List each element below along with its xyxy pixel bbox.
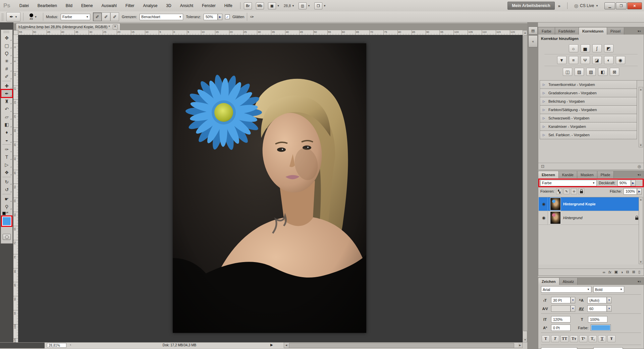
gradient-tool[interactable]: ◧ [1,120,12,128]
panel-menu-icon[interactable]: ▾≡ [635,171,644,178]
tab-ebenen[interactable]: Ebenen [538,171,559,178]
tab-pinsel[interactable]: Pinsel [607,28,624,35]
superscript-button[interactable]: T¹ [579,335,587,342]
view-extras-icon[interactable]: ▦ [268,2,276,9]
threshold-button[interactable]: ▧ [586,68,596,76]
sampling-background-icon[interactable]: ✐ [110,12,119,21]
font-style-dropdown[interactable]: Bold ▼ [593,286,624,293]
selective-color-button[interactable]: ⊠ [610,68,619,76]
pen-tool[interactable]: ✑ [1,145,12,153]
status-zoom-input[interactable]: 28,81% [47,343,66,348]
vibrance-button[interactable]: ▼ [557,56,567,64]
vertical-scale-input[interactable]: 120% [551,316,571,322]
channel-mixer-button[interactable]: ◉ [616,56,625,64]
curves-button[interactable]: ∫ [592,44,602,52]
invert-button[interactable]: ◫ [563,68,572,76]
leading-dropdown-button[interactable]: ▼ [607,297,611,303]
expand-dock-icon[interactable]: « [528,35,538,47]
quick-selection-tool[interactable]: ✳ [1,57,12,65]
levels-button[interactable]: ▅ [581,44,590,52]
vertical-scrollbar[interactable]: ▲ ▼ [523,30,527,342]
kerning-input[interactable] [551,305,571,312]
scroll-down-icon[interactable]: ▼ [639,260,642,263]
custom-shape-tool[interactable]: ❖ [1,168,12,176]
eyedropper-tool[interactable]: ✐ [1,72,12,80]
canvas-viewport[interactable] [18,35,523,342]
menu-item-3d[interactable]: 3D [162,0,175,11]
screen-mode-icon[interactable]: ❐ [314,2,322,9]
menu-item-bearbeiten[interactable]: Bearbeiten [33,0,61,11]
link-layers-button[interactable]: ∞ [603,270,605,274]
screen-mode-control[interactable]: ❐ ▼ [314,2,326,9]
kerning-dropdown-button[interactable]: ▼ [571,305,575,312]
black-white-button[interactable]: ◪ [592,56,602,64]
visibility-toggle[interactable]: ◉ [540,197,548,211]
lock-all-button[interactable] [578,188,584,194]
restore-button[interactable]: ❐ [616,2,627,9]
font-size-dropdown-button[interactable]: ▼ [571,297,575,303]
rectangular-marquee-tool[interactable]: ▢ [1,42,12,49]
scroll-up-icon[interactable]: ▲ [639,198,642,201]
brightness-contrast-button[interactable]: ☼ [569,44,578,52]
minimize-button[interactable]: ▁ [604,2,615,9]
baseline-shift-input[interactable]: 0 Pt [551,325,571,331]
font-size-input[interactable]: 30 Pt [551,297,571,303]
tab-korrekturen[interactable]: Korrekturen [579,28,607,35]
status-timer-icon[interactable]: ◔ [69,343,71,347]
panel-menu-icon[interactable]: ▾≡ [635,278,644,285]
move-tool[interactable]: ✥ [1,34,12,42]
zoom-level-value[interactable]: 28,8 [284,4,291,8]
modus-dropdown[interactable]: Farbe ▼ [61,14,90,20]
mini-bridge-icon[interactable]: Mb [256,2,264,9]
layers-scrollbar[interactable]: ▲ ▼ [639,197,643,264]
hue-saturation-button[interactable]: ≡ [569,56,578,64]
menu-item-auswahl[interactable]: Auswahl [97,0,121,11]
blend-mode-dropdown[interactable]: Farbe ▼ [540,180,597,186]
small-caps-button[interactable]: Tᴛ [570,335,578,342]
font-family-dropdown[interactable]: Arial ▼ [541,286,591,293]
preset-belichtung-vorgaben[interactable]: ▷Belichtung - Vorgaben [540,97,637,106]
3d-orbit-tool[interactable]: ↺ [1,186,12,193]
all-caps-button[interactable]: TT [560,335,569,342]
preset-sel-farbkorr-vorgaben[interactable]: ▷Sel. Farbkorr. - Vorgaben [540,131,637,139]
scroll-left-icon[interactable]: ◀ [284,343,288,347]
preset-farbton-s-ttigung-vorgaben[interactable]: ▷Farbton/Sättigung - Vorgaben [540,106,637,114]
sampling-once-icon[interactable]: ✐ [102,12,110,21]
tab-masken[interactable]: Masken [577,171,597,178]
menu-item-bild[interactable]: Bild [61,0,77,11]
tab-kan-le[interactable]: Kanäle [559,171,577,178]
preset-kanalmixer-vorgaben[interactable]: ▷Kanalmixer - Vorgaben [540,122,637,131]
current-tool-preset[interactable]: ✒ ▼ [6,12,20,21]
lasso-tool[interactable]: Ϙ [1,49,12,57]
new-group-button[interactable]: ⊟ [626,270,629,274]
scroll-down-icon[interactable]: ▼ [639,143,642,147]
preset-gradationskurven-vorgaben[interactable]: ▷Gradationskurven - Vorgaben [540,89,637,97]
toleranz-input[interactable]: 50% [204,14,218,20]
text-color-swatch[interactable] [591,325,611,331]
grenzen-dropdown[interactable]: Benachbart ▼ [140,14,183,20]
workspace-button[interactable]: Mein Arbeitsbereich [507,2,554,10]
default-colors-control[interactable]: ⇄ [2,212,8,216]
lock-transparency-button[interactable]: ▚ [556,188,562,194]
scroll-up-icon[interactable]: ▲ [523,31,527,35]
visibility-toggle[interactable]: ◉ [540,211,548,225]
menu-item-hilfe[interactable]: Hilfe [220,0,237,11]
anti-alias-dropdown[interactable]: Stark ▼ [593,347,623,349]
layer-row-hintergrund-kopie[interactable]: ◉Hintergrund Kopie [539,197,640,211]
quick-mask-button[interactable] [3,234,11,240]
photo-filter-button[interactable]: ◐ [604,56,613,64]
layer-row-hintergrund[interactable]: ◉Hintergrund [539,211,640,225]
preset-schwarzwei-vorgaben[interactable]: ▷Schwarzweiß - Vorgaben [540,114,637,122]
panel-menu-icon[interactable]: ▾≡ [635,28,644,35]
flaeche-slider-button[interactable]: ▶ [637,188,642,195]
tracking-dropdown-button[interactable]: ▼ [607,305,611,312]
menu-item-datei[interactable]: Datei [15,0,33,11]
close-button[interactable]: ✕ [627,2,642,9]
scroll-down-icon[interactable]: ▼ [523,338,527,342]
deckkraft-slider-button[interactable]: ▶ [631,180,636,186]
menu-item-ebene[interactable]: Ebene [77,0,97,11]
color-balance-button[interactable]: Ψ [581,56,590,64]
crop-tool[interactable]: # [1,65,12,72]
sampling-continuous-icon[interactable]: ✐ [93,12,102,21]
gradient-map-button[interactable]: ◧ [598,68,607,76]
